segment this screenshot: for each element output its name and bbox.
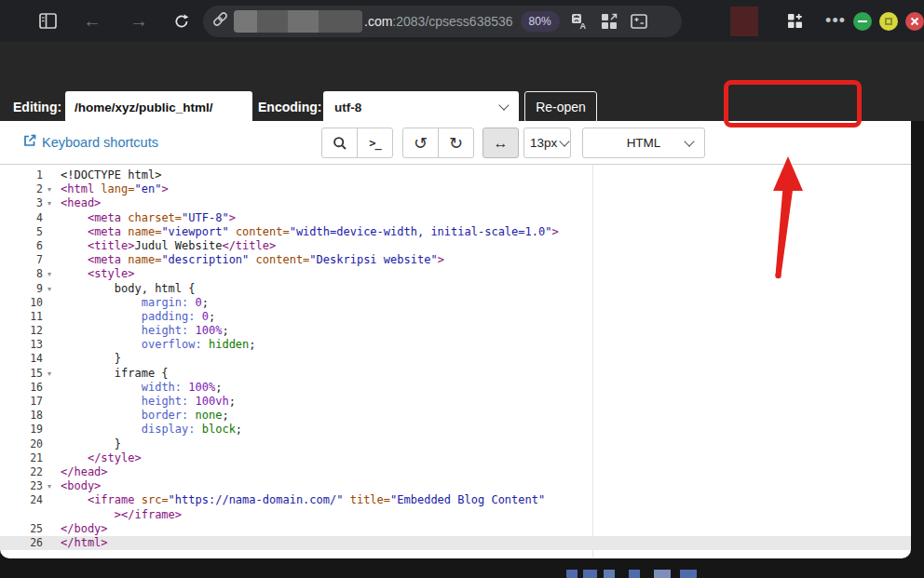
- code-line-text: overflow: hidden;: [56, 338, 256, 352]
- code-line-text: padding: 0;: [56, 310, 215, 324]
- font-size-select[interactable]: 13px: [523, 128, 571, 158]
- fold-spacer: [43, 225, 56, 239]
- encoding-select[interactable]: utf-8: [323, 91, 519, 123]
- extensions-icon[interactable]: [782, 9, 807, 34]
- zoom-level-badge[interactable]: 80%: [521, 11, 560, 32]
- fold-arrow-icon[interactable]: ▾: [43, 479, 56, 493]
- code-line-text: <html lang="en">: [56, 182, 169, 196]
- fold-arrow-icon[interactable]: ▾: [43, 367, 56, 381]
- fold-spacer: [43, 296, 56, 310]
- code-line[interactable]: 11 padding: 0;: [0, 310, 911, 324]
- reading-mode-icon[interactable]: [599, 11, 619, 32]
- code-line[interactable]: 20 }: [0, 437, 911, 451]
- code-line[interactable]: 22</head>: [0, 465, 911, 479]
- code-line[interactable]: 19 display: block;: [0, 423, 911, 437]
- fold-arrow-icon[interactable]: ▾: [43, 267, 56, 281]
- translate-icon[interactable]: A: [569, 11, 590, 32]
- syntax-mode-select[interactable]: HTML: [582, 128, 705, 158]
- clipped-page-text: [566, 570, 708, 578]
- fold-arrow-icon[interactable]: ▾: [43, 182, 56, 196]
- profile-avatar[interactable]: [730, 7, 758, 36]
- sidebar-panel-icon[interactable]: [35, 9, 60, 34]
- gutter-cell: 8▾: [0, 267, 56, 281]
- code-line[interactable]: 14 }: [0, 352, 911, 366]
- reload-button[interactable]: [170, 9, 194, 34]
- fold-arrow-icon[interactable]: ▾: [43, 282, 56, 296]
- code-line[interactable]: 12 height: 100%;: [0, 324, 911, 338]
- forward-button[interactable]: →: [127, 9, 151, 34]
- code-line[interactable]: 1<!DOCTYPE html>: [0, 168, 911, 182]
- line-number: 21: [0, 451, 43, 465]
- code-line[interactable]: 16 width: 100%;: [0, 381, 911, 395]
- code-line[interactable]: 23▾<body>: [0, 479, 911, 493]
- fold-spacer: [43, 324, 56, 338]
- code-line[interactable]: 5 <meta name="viewport" content="width=d…: [0, 225, 911, 239]
- gutter-cell: 24: [0, 493, 56, 507]
- code-line-text: ></iframe>: [56, 508, 182, 522]
- window-minimize-button[interactable]: [853, 12, 872, 31]
- line-number: 14: [0, 352, 43, 366]
- undo-icon: ↺: [414, 135, 428, 152]
- side-panel-icon[interactable]: [629, 11, 649, 32]
- code-line[interactable]: 21 </style>: [0, 451, 911, 465]
- code-line[interactable]: 25</body>: [0, 522, 911, 536]
- line-number: 5: [0, 225, 43, 239]
- url-path: :2083/cpsess638536: [392, 14, 512, 29]
- menu-kebab-icon[interactable]: •••: [825, 11, 846, 31]
- code-line-text: border: none;: [56, 409, 229, 423]
- search-button[interactable]: [321, 128, 358, 158]
- undo-button[interactable]: ↺: [402, 128, 439, 158]
- fold-spacer: [43, 395, 56, 409]
- fold-spacer: [43, 168, 56, 182]
- gutter-cell: 14: [0, 352, 56, 366]
- code-line-text: iframe {: [56, 367, 169, 381]
- terminal-icon: >_: [369, 137, 380, 150]
- code-line[interactable]: 24 <iframe src="https://nama-domain.com/…: [0, 493, 911, 507]
- gutter-cell: 4: [0, 211, 56, 225]
- window-maximize-button[interactable]: [879, 12, 898, 31]
- code-line[interactable]: 13 overflow: hidden;: [0, 338, 911, 352]
- code-line[interactable]: 6 <title>Judul Website</title>: [0, 239, 911, 253]
- code-line[interactable]: 7 <meta name="description" content="Desk…: [0, 253, 911, 267]
- line-number: 20: [0, 437, 43, 451]
- redo-button[interactable]: ↻: [438, 128, 474, 158]
- code-line[interactable]: 17 height: 100vh;: [0, 395, 911, 409]
- line-number: 17: [0, 395, 43, 409]
- code-line-text: height: 100vh;: [56, 395, 236, 409]
- code-line-text: <iframe src="https://nama-domain.com/" t…: [56, 493, 545, 507]
- code-editor[interactable]: 1<!DOCTYPE html>2▾<html lang="en">3▾<hea…: [0, 165, 911, 558]
- file-path-input[interactable]: [65, 91, 252, 123]
- fold-arrow-icon[interactable]: ▾: [43, 196, 56, 210]
- code-line[interactable]: 26</html>: [0, 536, 911, 550]
- code-line[interactable]: 8▾ <style>: [0, 267, 911, 281]
- back-button[interactable]: ←: [80, 9, 104, 34]
- reopen-button[interactable]: Re-open: [524, 91, 597, 123]
- gutter-cell: 15▾: [0, 367, 56, 381]
- code-line[interactable]: 4 <meta charset="UTF-8">: [0, 211, 911, 225]
- code-line[interactable]: 2▾<html lang="en">: [0, 182, 911, 196]
- gutter-cell: 12: [0, 324, 56, 338]
- gutter-cell: 13: [0, 338, 56, 352]
- font-size-value: 13px: [530, 136, 557, 150]
- chevron-down-icon: [498, 100, 509, 110]
- code-line[interactable]: 9▾ body, html {: [0, 282, 911, 296]
- line-number: 2: [0, 182, 43, 196]
- keyboard-shortcuts-link[interactable]: Keyboard shortcuts: [23, 134, 158, 150]
- window-close-button[interactable]: [905, 12, 924, 31]
- code-line[interactable]: 15▾ iframe {: [0, 367, 911, 381]
- code-line[interactable]: ></iframe>: [0, 508, 911, 522]
- fold-spacer: [43, 508, 56, 522]
- address-bar[interactable]: .com:2083/cpsess638536 80% A: [203, 6, 682, 37]
- code-line[interactable]: 10 margin: 0;: [0, 296, 911, 310]
- line-number: 13: [0, 338, 43, 352]
- gutter-cell: 23▾: [0, 479, 56, 493]
- line-number: 6: [0, 239, 43, 253]
- redacted-domain: [234, 10, 362, 33]
- word-wrap-toggle[interactable]: ↔: [482, 128, 519, 158]
- url-domain: .com: [364, 14, 392, 29]
- code-line[interactable]: 3▾<head>: [0, 196, 911, 210]
- fold-spacer: [43, 451, 56, 465]
- browser-chrome: ← → .com:2083/cpsess638536 80%: [0, 0, 924, 42]
- terminal-button[interactable]: >_: [357, 128, 393, 158]
- code-line[interactable]: 18 border: none;: [0, 409, 911, 423]
